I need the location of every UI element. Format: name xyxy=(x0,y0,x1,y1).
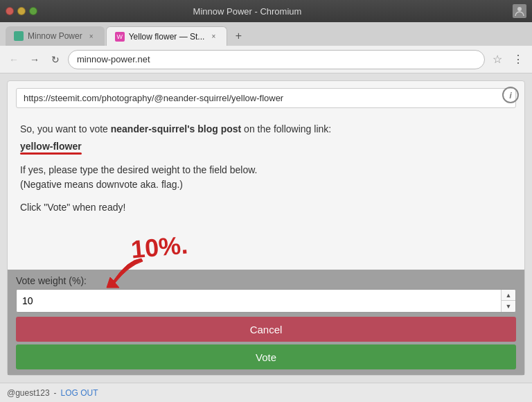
vote-button[interactable]: Vote xyxy=(16,344,516,369)
titlebar: Minnow Power - Chromium xyxy=(0,0,532,22)
logout-link[interactable]: LOG OUT xyxy=(61,388,98,398)
paragraph-link: yellow-flower xyxy=(20,139,512,155)
paragraph-instruction3: Click "Vote" when ready! xyxy=(20,200,512,215)
paragraph-instruction1: If yes, please type the desired weight t… xyxy=(20,163,512,177)
vote-weight-label: Vote weight (%): xyxy=(16,275,516,286)
blog-link: yellow-flower xyxy=(20,139,82,155)
address-bar: ← → ↻ ☆ ⋮ xyxy=(0,46,532,73)
content-box: i https://steemit.com/photography/@neand… xyxy=(7,80,525,376)
tab-yellow-label: Yellow flower — St... xyxy=(129,32,205,42)
tab-yellow-flower[interactable]: W Yellow flower — St... × xyxy=(106,26,228,46)
annotation-10percent: 10%. xyxy=(130,227,189,269)
statusbar-separator: - xyxy=(54,388,57,398)
bottom-controls: Vote weight (%): ▲ ▼ Cancel Vote xyxy=(8,270,524,375)
red-underline xyxy=(20,152,82,155)
spinner-down-button[interactable]: ▼ xyxy=(502,301,515,312)
window-title: Minnow Power - Chromium xyxy=(0,6,508,17)
back-button[interactable]: ← xyxy=(6,51,22,68)
tab-minnow-label: Minnow Power xyxy=(28,31,82,41)
content-text: So, you want to vote neander-squirrel's … xyxy=(8,115,524,270)
action-buttons: Cancel Vote xyxy=(16,317,516,369)
cancel-button[interactable]: Cancel xyxy=(16,317,516,342)
svg-point-0 xyxy=(517,7,522,11)
paragraph-instruction2: (Negative means downvote aka. flag.) xyxy=(20,177,512,192)
info-icon[interactable]: i xyxy=(502,87,519,103)
tab-yellow-close[interactable]: × xyxy=(209,32,218,42)
profile-icon[interactable] xyxy=(513,4,526,18)
forward-button[interactable]: → xyxy=(26,51,43,68)
tab-bar: Minnow Power × W Yellow flower — St... ×… xyxy=(0,22,532,46)
reload-button[interactable]: ↻ xyxy=(47,51,64,68)
statusbar: @guest123 - LOG OUT xyxy=(0,383,532,402)
text-post: on the following link: xyxy=(241,123,331,134)
yellow-favicon: W xyxy=(115,32,125,42)
text-pre: So, you want to vote xyxy=(20,123,111,134)
menu-button[interactable]: ⋮ xyxy=(510,51,526,68)
vote-spinner: ▲ ▼ xyxy=(501,290,515,312)
vote-weight-input[interactable] xyxy=(17,290,501,312)
bookmark-icon[interactable]: ☆ xyxy=(489,51,506,68)
tab-minnow-power[interactable]: Minnow Power × xyxy=(6,26,105,46)
url-display: https://steemit.com/photography/@neander… xyxy=(16,88,516,108)
paragraph-vote: So, you want to vote neander-squirrel's … xyxy=(20,122,512,137)
text-bold: neander-squirrel's blog post xyxy=(111,123,241,134)
url-input[interactable] xyxy=(68,50,485,69)
statusbar-username: @guest123 xyxy=(7,388,50,398)
main-area: i https://steemit.com/photography/@neand… xyxy=(0,73,532,383)
minnow-favicon xyxy=(14,31,24,41)
tab-minnow-close[interactable]: × xyxy=(87,31,96,41)
spinner-up-button[interactable]: ▲ xyxy=(502,290,515,301)
vote-input-wrapper: ▲ ▼ xyxy=(16,289,516,313)
new-tab-button[interactable]: + xyxy=(229,26,248,46)
